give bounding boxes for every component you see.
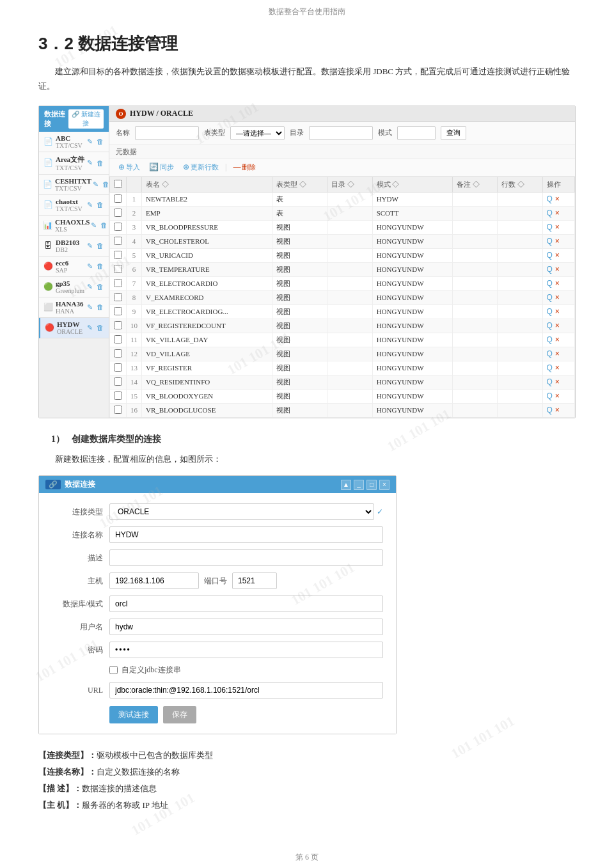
sidebar-edit-btn-4[interactable]: ✎: [90, 221, 98, 230]
sidebar-edit-btn-1[interactable]: ✎: [86, 158, 94, 168]
dialog-restore-btn[interactable]: □: [366, 480, 377, 490]
row-del-btn-11[interactable]: ×: [555, 349, 560, 358]
desc-input[interactable]: [109, 549, 383, 566]
row-check-4[interactable]: [114, 251, 122, 259]
dialog-close-btn[interactable]: ×: [379, 480, 390, 490]
row-view-btn-0[interactable]: Q: [547, 194, 553, 203]
row-del-btn-6[interactable]: ×: [555, 279, 560, 288]
row-check-12[interactable]: [114, 363, 122, 372]
sidebar-delete-btn-0[interactable]: 🗑: [95, 137, 105, 146]
toolbar-refresh-btn[interactable]: ⊕ 更新行数: [180, 161, 221, 173]
row-del-btn-3[interactable]: ×: [555, 237, 560, 246]
host-input[interactable]: [109, 572, 199, 589]
sidebar-delete-btn-8[interactable]: 🗑: [95, 303, 105, 312]
new-connection-button[interactable]: 🔗 新建连接: [68, 109, 104, 129]
toolbar-sync-btn[interactable]: 🔄 同步: [146, 161, 177, 173]
row-view-btn-14[interactable]: Q: [547, 391, 553, 400]
filter-schema-input[interactable]: [397, 126, 436, 140]
filter-target-input[interactable]: [309, 126, 373, 140]
row-check-7[interactable]: [114, 293, 122, 301]
test-connection-button[interactable]: 测试连接: [109, 706, 158, 723]
sidebar-edit-btn-7[interactable]: ✎: [86, 282, 94, 292]
row-del-btn-5[interactable]: ×: [555, 265, 560, 274]
sidebar-delete-btn-1[interactable]: 🗑: [95, 158, 105, 168]
row-view-btn-3[interactable]: Q: [547, 237, 553, 246]
row-view-btn-13[interactable]: Q: [547, 377, 553, 386]
row-del-btn-10[interactable]: ×: [555, 335, 560, 344]
row-check-15[interactable]: [114, 406, 122, 414]
row-view-btn-12[interactable]: Q: [547, 363, 553, 372]
row-check-13[interactable]: [114, 377, 122, 386]
url-input[interactable]: [109, 682, 383, 698]
sidebar-item-area文件[interactable]: 📄 Area文件 TXT/CSV ✎ 🗑: [39, 152, 109, 175]
sidebar-item-gp35[interactable]: 🟢 gp35 Greenplum ✎ 🗑: [39, 277, 109, 297]
password-input[interactable]: [109, 642, 383, 658]
row-check-5[interactable]: [114, 265, 122, 273]
row-del-btn-14[interactable]: ×: [555, 391, 560, 400]
sidebar-delete-btn-7[interactable]: 🗑: [95, 282, 105, 292]
row-view-btn-2[interactable]: Q: [547, 223, 553, 232]
sidebar-item-abc[interactable]: 📄 ABC TXT/CSV ✎ 🗑: [39, 132, 109, 152]
row-check-0[interactable]: [114, 194, 122, 203]
sidebar-edit-btn-5[interactable]: ✎: [86, 241, 94, 251]
row-view-btn-1[interactable]: Q: [547, 209, 553, 217]
row-del-btn-13[interactable]: ×: [555, 377, 560, 386]
sidebar-item-hydw[interactable]: 🔴 HYDW ORACLE ✎ 🗑: [39, 318, 109, 338]
row-view-btn-6[interactable]: Q: [547, 279, 553, 288]
row-check-11[interactable]: [114, 349, 122, 358]
row-view-btn-15[interactable]: Q: [547, 406, 553, 414]
row-check-6[interactable]: [114, 279, 122, 287]
row-check-3[interactable]: [114, 237, 122, 245]
row-check-10[interactable]: [114, 335, 122, 343]
row-check-14[interactable]: [114, 391, 122, 400]
dialog-minimize-btn[interactable]: _: [354, 480, 364, 490]
row-del-btn-12[interactable]: ×: [555, 363, 560, 372]
row-view-btn-4[interactable]: Q: [547, 251, 553, 260]
sidebar-item-chaoxls[interactable]: 📊 CHAOXLS XLS ✎ 🗑: [39, 216, 109, 236]
sidebar-edit-btn-0[interactable]: ✎: [86, 137, 94, 146]
filter-name-input[interactable]: [135, 126, 199, 140]
row-del-btn-7[interactable]: ×: [555, 293, 560, 302]
row-view-btn-8[interactable]: Q: [547, 307, 553, 316]
sidebar-edit-btn-8[interactable]: ✎: [86, 303, 94, 312]
row-check-2[interactable]: [114, 223, 122, 231]
row-view-btn-11[interactable]: Q: [547, 349, 553, 358]
row-del-btn-8[interactable]: ×: [555, 307, 560, 316]
sidebar-item-ceshitxt[interactable]: 📄 CESHITXT TXT/CSV ✎ 🗑: [39, 175, 109, 195]
sidebar-delete-btn-4[interactable]: 🗑: [99, 221, 109, 230]
sidebar-delete-btn-6[interactable]: 🗑: [95, 262, 105, 271]
dialog-maximize-btn[interactable]: ▲: [341, 480, 351, 490]
sidebar-edit-btn-2[interactable]: ✎: [91, 180, 100, 189]
row-view-btn-7[interactable]: Q: [547, 293, 553, 302]
sidebar-delete-btn-3[interactable]: 🗑: [95, 200, 105, 210]
toolbar-delete-btn[interactable]: — 删除: [230, 161, 258, 173]
row-view-btn-5[interactable]: Q: [547, 265, 553, 274]
username-input[interactable]: [109, 619, 383, 635]
sidebar-item-db2103[interactable]: 🗄 DB2103 DB2 ✎ 🗑: [39, 236, 109, 256]
row-view-btn-10[interactable]: Q: [547, 335, 553, 344]
row-del-btn-2[interactable]: ×: [555, 223, 560, 232]
sidebar-edit-btn-6[interactable]: ✎: [86, 262, 94, 271]
save-button[interactable]: 保存: [163, 706, 196, 723]
toolbar-import-btn[interactable]: ⊕ 导入: [116, 161, 143, 173]
sidebar-delete-btn-5[interactable]: 🗑: [95, 241, 105, 251]
db-mode-input[interactable]: [109, 596, 383, 612]
row-del-btn-9[interactable]: ×: [555, 321, 560, 330]
row-check-1[interactable]: [114, 209, 122, 217]
conn-type-select[interactable]: ORACLE: [109, 503, 374, 520]
conn-name-input[interactable]: [109, 526, 383, 543]
port-input[interactable]: [232, 572, 277, 589]
row-del-btn-4[interactable]: ×: [555, 251, 560, 260]
row-del-btn-1[interactable]: ×: [555, 209, 560, 217]
sidebar-delete-btn-9[interactable]: 🗑: [95, 323, 105, 333]
row-check-8[interactable]: [114, 307, 122, 315]
row-view-btn-9[interactable]: Q: [547, 321, 553, 330]
filter-query-button[interactable]: 查询: [441, 126, 466, 140]
sidebar-edit-btn-9[interactable]: ✎: [86, 323, 94, 333]
sidebar-item-hana36[interactable]: ⬜ HANA36 HANA ✎ 🗑: [39, 297, 109, 318]
filter-table-type-select[interactable]: —请选择—: [230, 126, 285, 140]
row-del-btn-0[interactable]: ×: [555, 194, 560, 203]
row-del-btn-15[interactable]: ×: [555, 406, 560, 414]
sidebar-item-ecc6[interactable]: 🔴 ecc6 SAP ✎ 🗑: [39, 256, 109, 277]
custom-jdbc-checkbox[interactable]: [109, 666, 118, 674]
